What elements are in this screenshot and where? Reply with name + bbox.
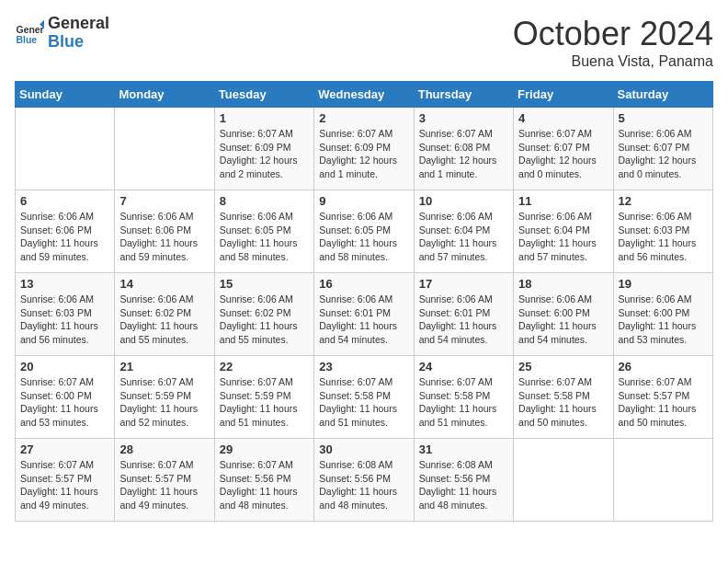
week-row-2: 6Sunrise: 6:06 AM Sunset: 6:06 PM Daylig… <box>16 190 713 273</box>
day-cell: 29Sunrise: 6:07 AM Sunset: 5:56 PM Dayli… <box>214 439 313 522</box>
week-row-4: 20Sunrise: 6:07 AM Sunset: 6:00 PM Dayli… <box>16 356 713 439</box>
header-row: SundayMondayTuesdayWednesdayThursdayFrid… <box>16 82 713 108</box>
day-cell: 21Sunrise: 6:07 AM Sunset: 5:59 PM Dayli… <box>115 356 214 439</box>
day-number: 29 <box>220 442 309 456</box>
day-info: Sunrise: 6:06 AM Sunset: 6:01 PM Dayligh… <box>419 293 508 347</box>
day-cell: 19Sunrise: 6:06 AM Sunset: 6:00 PM Dayli… <box>613 273 712 356</box>
day-cell: 9Sunrise: 6:06 AM Sunset: 6:05 PM Daylig… <box>314 190 414 273</box>
day-info: Sunrise: 6:06 AM Sunset: 6:06 PM Dayligh… <box>119 210 209 264</box>
day-number: 22 <box>220 360 309 373</box>
day-number: 14 <box>119 277 209 291</box>
page-header: General Blue General Blue October 2024 B… <box>15 15 713 70</box>
day-cell: 25Sunrise: 6:07 AM Sunset: 5:58 PM Dayli… <box>514 356 613 439</box>
day-info: Sunrise: 6:06 AM Sunset: 6:02 PM Dayligh… <box>119 293 209 347</box>
day-cell: 11Sunrise: 6:06 AM Sunset: 6:04 PM Dayli… <box>514 190 613 273</box>
day-info: Sunrise: 6:06 AM Sunset: 6:02 PM Dayligh… <box>220 293 309 347</box>
day-number: 28 <box>119 442 209 456</box>
day-cell: 13Sunrise: 6:06 AM Sunset: 6:03 PM Dayli… <box>16 273 115 356</box>
day-number: 18 <box>518 277 608 291</box>
col-header-tuesday: Tuesday <box>214 82 313 108</box>
day-info: Sunrise: 6:07 AM Sunset: 5:57 PM Dayligh… <box>619 375 708 430</box>
day-number: 23 <box>319 360 408 373</box>
day-number: 13 <box>20 277 109 291</box>
day-number: 3 <box>419 111 508 125</box>
day-number: 1 <box>220 111 309 125</box>
day-cell: 2Sunrise: 6:07 AM Sunset: 6:09 PM Daylig… <box>314 108 414 190</box>
day-cell <box>16 108 115 190</box>
day-cell: 16Sunrise: 6:06 AM Sunset: 6:01 PM Dayli… <box>314 273 414 356</box>
day-cell: 15Sunrise: 6:06 AM Sunset: 6:02 PM Dayli… <box>214 273 313 356</box>
day-number: 11 <box>518 194 608 208</box>
day-number: 19 <box>619 277 708 291</box>
day-cell: 26Sunrise: 6:07 AM Sunset: 5:57 PM Dayli… <box>613 356 712 439</box>
day-info: Sunrise: 6:08 AM Sunset: 5:56 PM Dayligh… <box>319 458 408 512</box>
day-cell: 18Sunrise: 6:06 AM Sunset: 6:00 PM Dayli… <box>514 273 613 356</box>
day-info: Sunrise: 6:06 AM Sunset: 6:00 PM Dayligh… <box>619 293 708 347</box>
month-title: October 2024 <box>513 15 713 53</box>
svg-text:General: General <box>17 25 44 35</box>
day-number: 21 <box>119 360 209 373</box>
day-info: Sunrise: 6:07 AM Sunset: 6:09 PM Dayligh… <box>220 127 309 181</box>
day-info: Sunrise: 6:06 AM Sunset: 6:07 PM Dayligh… <box>619 127 708 181</box>
col-header-sunday: Sunday <box>16 82 115 108</box>
day-number: 6 <box>20 194 109 208</box>
day-cell <box>514 439 613 522</box>
day-cell <box>115 108 214 190</box>
day-cell: 17Sunrise: 6:06 AM Sunset: 6:01 PM Dayli… <box>414 273 513 356</box>
day-number: 15 <box>220 277 309 291</box>
day-number: 10 <box>419 194 508 208</box>
day-cell: 27Sunrise: 6:07 AM Sunset: 5:57 PM Dayli… <box>16 439 115 522</box>
day-cell: 8Sunrise: 6:06 AM Sunset: 6:05 PM Daylig… <box>214 190 313 273</box>
day-number: 30 <box>319 442 408 456</box>
day-number: 16 <box>319 277 408 291</box>
day-number: 7 <box>119 194 209 208</box>
day-info: Sunrise: 6:06 AM Sunset: 6:04 PM Dayligh… <box>419 210 508 264</box>
day-info: Sunrise: 6:06 AM Sunset: 6:04 PM Dayligh… <box>518 210 608 264</box>
day-info: Sunrise: 6:06 AM Sunset: 6:03 PM Dayligh… <box>20 293 109 347</box>
day-cell: 7Sunrise: 6:06 AM Sunset: 6:06 PM Daylig… <box>115 190 214 273</box>
col-header-friday: Friday <box>514 82 613 108</box>
day-cell: 14Sunrise: 6:06 AM Sunset: 6:02 PM Dayli… <box>115 273 214 356</box>
day-cell: 22Sunrise: 6:07 AM Sunset: 5:59 PM Dayli… <box>214 356 313 439</box>
col-header-wednesday: Wednesday <box>314 82 414 108</box>
day-number: 5 <box>619 111 708 125</box>
logo-blue: Blue <box>48 33 109 52</box>
day-cell: 12Sunrise: 6:06 AM Sunset: 6:03 PM Dayli… <box>613 190 712 273</box>
day-info: Sunrise: 6:07 AM Sunset: 6:08 PM Dayligh… <box>419 127 508 181</box>
day-number: 26 <box>619 360 708 373</box>
day-info: Sunrise: 6:06 AM Sunset: 6:06 PM Dayligh… <box>20 210 109 264</box>
day-info: Sunrise: 6:06 AM Sunset: 6:03 PM Dayligh… <box>619 210 708 264</box>
col-header-thursday: Thursday <box>414 82 513 108</box>
logo-general: General <box>48 15 109 33</box>
week-row-3: 13Sunrise: 6:06 AM Sunset: 6:03 PM Dayli… <box>16 273 713 356</box>
svg-text:Blue: Blue <box>17 35 38 45</box>
day-info: Sunrise: 6:08 AM Sunset: 5:56 PM Dayligh… <box>419 458 508 512</box>
day-info: Sunrise: 6:07 AM Sunset: 5:58 PM Dayligh… <box>518 375 608 430</box>
day-number: 12 <box>619 194 708 208</box>
day-number: 4 <box>518 111 608 125</box>
day-cell: 4Sunrise: 6:07 AM Sunset: 6:07 PM Daylig… <box>514 108 613 190</box>
calendar-table: SundayMondayTuesdayWednesdayThursdayFrid… <box>15 81 713 522</box>
day-cell: 1Sunrise: 6:07 AM Sunset: 6:09 PM Daylig… <box>214 108 313 190</box>
day-cell: 24Sunrise: 6:07 AM Sunset: 5:58 PM Dayli… <box>414 356 513 439</box>
day-info: Sunrise: 6:07 AM Sunset: 5:58 PM Dayligh… <box>319 375 408 430</box>
day-info: Sunrise: 6:06 AM Sunset: 6:05 PM Dayligh… <box>220 210 309 264</box>
day-info: Sunrise: 6:06 AM Sunset: 6:05 PM Dayligh… <box>319 210 408 264</box>
day-info: Sunrise: 6:07 AM Sunset: 5:56 PM Dayligh… <box>220 458 309 512</box>
day-info: Sunrise: 6:07 AM Sunset: 6:00 PM Dayligh… <box>20 375 109 430</box>
day-number: 27 <box>20 442 109 456</box>
title-block: October 2024 Buena Vista, Panama <box>513 15 713 70</box>
day-info: Sunrise: 6:07 AM Sunset: 5:58 PM Dayligh… <box>419 375 508 430</box>
day-info: Sunrise: 6:07 AM Sunset: 6:09 PM Dayligh… <box>319 127 408 181</box>
logo-icon: General Blue <box>15 18 44 48</box>
logo: General Blue General Blue <box>15 15 109 52</box>
day-info: Sunrise: 6:07 AM Sunset: 5:59 PM Dayligh… <box>119 375 209 430</box>
location: Buena Vista, Panama <box>513 53 713 70</box>
col-header-monday: Monday <box>115 82 214 108</box>
day-number: 24 <box>419 360 508 373</box>
day-number: 17 <box>419 277 508 291</box>
day-number: 31 <box>419 442 508 456</box>
day-cell: 31Sunrise: 6:08 AM Sunset: 5:56 PM Dayli… <box>414 439 513 522</box>
week-row-1: 1Sunrise: 6:07 AM Sunset: 6:09 PM Daylig… <box>16 108 713 190</box>
day-cell: 23Sunrise: 6:07 AM Sunset: 5:58 PM Dayli… <box>314 356 414 439</box>
